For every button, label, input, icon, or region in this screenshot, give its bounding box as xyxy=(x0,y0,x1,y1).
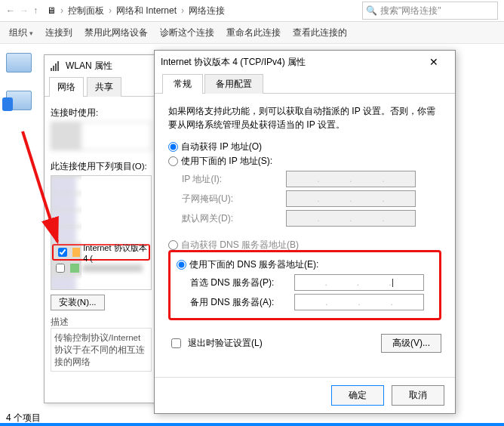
ipv4-properties-dialog: Internet 协议版本 4 (TCP/IPv4) 属性 ✕ 常规 备用配置 … xyxy=(154,50,456,414)
exit-validate-label: 退出时验证设置(L) xyxy=(188,337,263,350)
dialog-buttons: 确定 取消 xyxy=(155,377,455,413)
items-label: 此连接使用下列项目(O): xyxy=(51,161,152,172)
search-input[interactable]: 🔍 搜索"网络连接" xyxy=(362,2,498,20)
wifi-icon xyxy=(51,60,61,71)
protocol-icon xyxy=(70,264,79,273)
list-item-ipv4[interactable]: Internet 协议版本 4 ( xyxy=(52,244,150,261)
tab-share[interactable]: 共享 xyxy=(87,77,121,97)
toolbar-organize[interactable]: 组织 xyxy=(9,26,33,39)
protocol-icon xyxy=(72,248,80,257)
nav-back-icon[interactable]: ← xyxy=(6,5,15,16)
ok-button[interactable]: 确定 xyxy=(331,385,384,406)
toolbar-disable[interactable]: 禁用此网络设备 xyxy=(85,26,148,39)
tab-general[interactable]: 常规 xyxy=(162,74,203,94)
nav-up-icon[interactable]: ↑ xyxy=(33,5,38,16)
status-count: 4 个项目 xyxy=(6,412,41,424)
dns2-row: 备用 DNS 服务器(A): ... xyxy=(190,294,433,310)
dns2-input[interactable]: ... xyxy=(294,294,424,310)
close-icon[interactable]: ✕ xyxy=(419,56,449,68)
nav-fwd-icon: → xyxy=(20,5,29,16)
ip-address-row: IP 地址(I): ... xyxy=(182,171,441,187)
adapter-name-box xyxy=(51,122,152,150)
toolbar-diagnose[interactable]: 诊断这个连接 xyxy=(160,26,214,39)
install-button[interactable]: 安装(N)... xyxy=(51,295,105,310)
toolbar-connect[interactable]: 连接到 xyxy=(45,26,72,39)
desc-label: 描述 xyxy=(51,316,152,328)
gateway-input: ... xyxy=(286,210,416,227)
crumb-leaf[interactable]: 网络连接 xyxy=(189,5,225,17)
crumb-mid[interactable]: 网络和 Internet xyxy=(116,5,177,17)
dns1-input[interactable]: ... xyxy=(294,274,424,291)
search-icon: 🔍 xyxy=(366,5,377,16)
protocol-list[interactable]: Internet 协议版本 4 ( xyxy=(51,175,152,290)
desc-text: 传输控制协议/Internet 协议于在不同的相互连接的网络 xyxy=(51,328,152,372)
address-bar: ← → ↑ 🖥 › 控制面板 › 网络和 Internet › 网络连接 🔍 搜… xyxy=(0,0,504,22)
toolbar-rename[interactable]: 重命名此连接 xyxy=(226,26,281,39)
taskbar xyxy=(0,423,504,426)
subnet-row: 子网掩码(U): ... xyxy=(182,190,441,207)
radio-auto-ip[interactable]: 自动获得 IP 地址(O) xyxy=(168,140,441,153)
tab-alt[interactable]: 备用配置 xyxy=(204,74,263,94)
pc-icon: 🖥 xyxy=(47,5,56,16)
ip-address-input: ... xyxy=(286,171,416,187)
gateway-row: 默认网关(D): ... xyxy=(182,210,441,227)
list-item[interactable] xyxy=(51,261,151,275)
ipv4-checkbox[interactable] xyxy=(58,248,67,257)
subnet-input: ... xyxy=(286,190,416,207)
ipv4-tabs: 常规 备用配置 xyxy=(155,73,455,94)
item-checkbox[interactable] xyxy=(56,264,65,273)
connect-using-label: 连接时使用: xyxy=(51,107,152,119)
toolbar: 组织 连接到 禁用此网络设备 诊断这个连接 重命名此连接 查看此连接的 xyxy=(0,22,504,44)
wlan-titlebar: WLAN 属性 xyxy=(45,55,158,76)
cancel-button[interactable]: 取消 xyxy=(392,385,444,406)
radio-use-ip[interactable]: 使用下面的 IP 地址(S): xyxy=(168,155,441,168)
dns1-row: 首选 DNS 服务器(P): ... xyxy=(190,274,433,291)
crumb-root[interactable]: 控制面板 xyxy=(68,5,104,17)
wlan-tabs: 网络 共享 xyxy=(45,76,158,97)
radio-use-dns[interactable]: 使用下面的 DNS 服务器地址(E): xyxy=(177,258,433,271)
advanced-button[interactable]: 高级(V)... xyxy=(381,334,441,353)
adapter-icon[interactable] xyxy=(6,53,32,73)
help-text: 如果网络支持此功能，则可以获取自动指派的 IP 设置。否则，你需要从网络系统管理… xyxy=(168,104,441,131)
toolbar-viewstatus[interactable]: 查看此连接的 xyxy=(293,26,347,39)
exit-validate-checkbox[interactable] xyxy=(171,338,181,348)
ipv4-title-text: Internet 协议版本 4 (TCP/IPv4) 属性 xyxy=(161,56,306,69)
wlan-properties-dialog: WLAN 属性 网络 共享 连接时使用: 此连接使用下列项目(O): Inter… xyxy=(44,54,158,403)
ipv4-titlebar: Internet 协议版本 4 (TCP/IPv4) 属性 ✕ xyxy=(155,51,455,73)
dns-highlight-box: 使用下面的 DNS 服务器地址(E): 首选 DNS 服务器(P): ... 备… xyxy=(168,250,441,320)
connection-icons xyxy=(6,53,32,110)
tab-network[interactable]: 网络 xyxy=(49,77,84,97)
adapter-icon-disabled[interactable] xyxy=(6,91,32,110)
